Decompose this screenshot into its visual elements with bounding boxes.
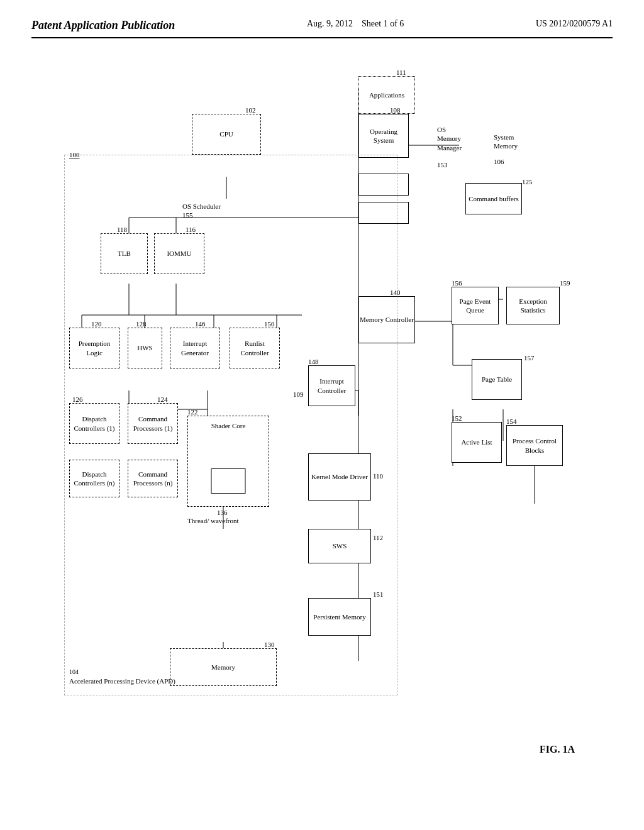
ref-102: 102 <box>245 106 256 114</box>
ref-100: 100 <box>69 150 80 159</box>
ref-106: 106 <box>494 158 504 165</box>
cpu-box: CPU <box>192 114 261 155</box>
command-processors-n-box: Command Processors (n) <box>128 460 178 497</box>
ref-109: 109 <box>293 390 304 398</box>
ref-110: 110 <box>373 472 383 480</box>
ref-157: 157 <box>524 354 535 362</box>
process-control-blocks-box: Process Control Blocks <box>506 425 563 466</box>
os-sub-box1 <box>358 174 409 196</box>
ref-153: 153 <box>437 161 448 169</box>
ref-108: 108 <box>390 106 401 114</box>
command-processors-1-box: Command Processors (1) <box>128 403 178 444</box>
ref-128: 128 <box>136 320 147 328</box>
diagram-area: 100 Applications 111 CPU 102 OS Schedule… <box>31 51 613 774</box>
shader-core-box: Shader Core <box>187 416 269 507</box>
publication-title: Patent Application Publication <box>31 19 175 32</box>
interrupt-controller-148-box: Interrupt Controller <box>308 365 355 406</box>
ref-136: 136 <box>217 509 228 516</box>
dispatch-controllers-n-box: Dispatch Controllers (n) <box>69 460 119 497</box>
ref-150: 150 <box>264 320 275 328</box>
ref-155: 155 <box>182 211 193 219</box>
os-memory-manager-label: OSMemoryManager <box>437 125 462 152</box>
ref-151: 151 <box>373 590 384 598</box>
apd-label: 104 Accelerated Processing Device (APD) <box>69 667 175 687</box>
kernel-mode-driver-box: Kernel Mode Driver <box>308 453 371 501</box>
os-sub-box2 <box>358 202 409 224</box>
fig-label: FIG. 1A <box>540 744 575 755</box>
ref-124: 124 <box>157 396 168 403</box>
ref-140: 140 <box>390 289 401 296</box>
iommu-box: IOMMU <box>154 233 204 274</box>
applications-box: Applications <box>358 76 415 114</box>
sws-box: SWS <box>308 529 371 563</box>
ref-152: 152 <box>452 414 462 422</box>
page: Patent Application Publication Aug. 9, 2… <box>0 0 644 830</box>
page-table-box: Page Table <box>472 359 522 400</box>
publication-date: Aug. 9, 2012 Sheet 1 of 6 <box>307 19 404 29</box>
ref-148: 148 <box>308 358 319 365</box>
ref-125: 125 <box>522 178 533 185</box>
os-scheduler-label: OS Scheduler <box>182 202 221 211</box>
tlb-box: TLB <box>101 233 148 274</box>
exception-statistics-box: Exception Statistics <box>506 287 560 324</box>
command-buffers-box: Command buffers <box>465 183 522 214</box>
interrupt-generator-box: Interrupt Generator <box>170 328 220 368</box>
persistent-memory-box: Persistent Memory <box>308 598 371 636</box>
thread-wavefront-label: Thread/ wavefront <box>187 516 239 525</box>
runlist-controller-box: Runlist Controller <box>230 328 280 368</box>
ref-118: 118 <box>117 226 127 233</box>
ref-146: 146 <box>195 320 206 328</box>
page-header: Patent Application Publication Aug. 9, 2… <box>31 19 613 38</box>
ref-112: 112 <box>373 534 383 541</box>
memory-controller-box: Memory Controller <box>358 296 415 343</box>
dispatch-controllers-1-box: Dispatch Controllers (1) <box>69 403 119 444</box>
ref-130: 130 <box>264 641 275 648</box>
ref-111: 111 <box>396 69 406 76</box>
ref-154: 154 <box>506 418 517 425</box>
ref-120: 120 <box>91 320 102 328</box>
memory-box: Memory <box>170 648 277 686</box>
hws-box: HWS <box>128 328 162 368</box>
ref-159: 159 <box>560 279 570 287</box>
publication-number: US 2012/0200579 A1 <box>536 19 613 29</box>
active-list-box: Active List <box>452 422 502 463</box>
page-event-queue-box: Page Event Queue <box>452 287 499 324</box>
system-memory-label: SystemMemory <box>494 133 518 151</box>
ref-126: 126 <box>72 396 83 403</box>
ref-122: 122 <box>187 408 198 416</box>
operating-system-box: Operating System <box>358 114 409 158</box>
ref-156: 156 <box>452 279 462 287</box>
ref-116: 116 <box>186 226 196 233</box>
preemption-logic-box: Preemption Logic <box>69 328 119 368</box>
